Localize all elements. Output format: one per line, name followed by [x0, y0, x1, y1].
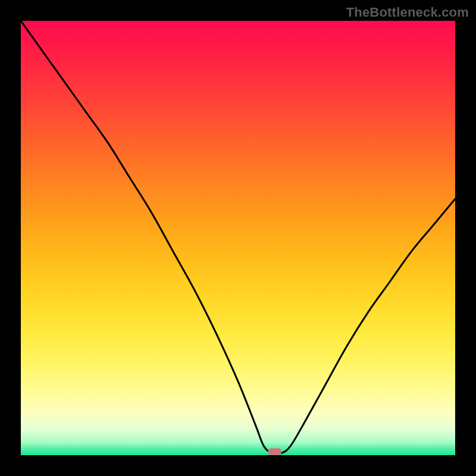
bottleneck-curve-svg: [21, 21, 455, 455]
watermark-text: TheBottleneck.com: [346, 5, 469, 20]
plot-area: [21, 21, 455, 455]
chart-container: How many FPS will I get? TheBottleneck.c…: [0, 0, 476, 476]
gradient-background: [21, 21, 455, 455]
